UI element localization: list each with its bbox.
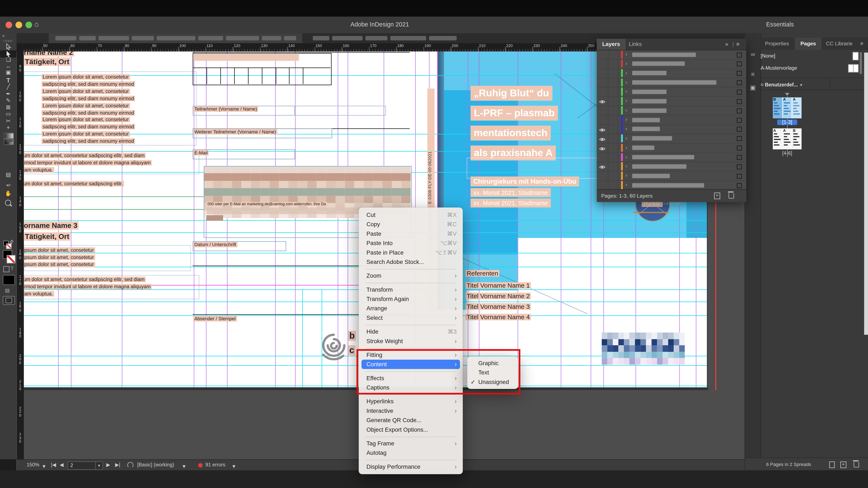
layer-target-square[interactable]: [737, 118, 742, 123]
guide-vertical[interactable]: [591, 52, 591, 387]
layer-row[interactable]: ›: [597, 115, 746, 125]
layer-disclosure-icon[interactable]: ›: [626, 126, 627, 132]
hand-tool[interactable]: ✋: [0, 190, 17, 198]
layer-disclosure-icon[interactable]: ›: [626, 89, 627, 95]
spread-label[interactable]: [1-3]: [777, 120, 797, 125]
layer-visibility-cell[interactable]: [597, 134, 609, 143]
menu-item-transform[interactable]: Transform›: [362, 285, 460, 294]
panel-menu-icon[interactable]: ≡: [736, 39, 739, 50]
page-number-value[interactable]: 2: [70, 463, 73, 468]
menu-item-generate-qr-code[interactable]: Generate QR Code...: [362, 416, 460, 425]
page-dropdown-icon[interactable]: ▼: [95, 462, 102, 469]
layer-row[interactable]: ›: [597, 134, 746, 144]
errors-dropdown-icon[interactable]: ▼: [231, 464, 236, 469]
layer-visibility-cell[interactable]: [597, 143, 609, 153]
gap-tool[interactable]: ↔: [0, 63, 17, 70]
layer-disclosure-icon[interactable]: ›: [626, 98, 627, 104]
layer-target-square[interactable]: [737, 127, 742, 132]
menu-item-object-export-options[interactable]: Object Export Options...: [362, 425, 460, 434]
stroke-swatch[interactable]: [6, 255, 16, 263]
pen-tool[interactable]: ✒: [0, 91, 17, 98]
gradient-tool[interactable]: [4, 133, 14, 139]
layer-disclosure-icon[interactable]: ›: [626, 154, 627, 160]
layer-row[interactable]: ›: [597, 87, 746, 97]
home-icon[interactable]: ⌂: [34, 20, 39, 28]
page-transitions-icon[interactable]: [829, 461, 835, 468]
scissors-tool[interactable]: ✂: [0, 118, 17, 125]
menu-item-stroke-weight[interactable]: Stroke Weight›: [362, 336, 460, 346]
layer-target-square[interactable]: [737, 136, 742, 141]
content-collector-tool[interactable]: ▣: [0, 69, 17, 76]
master-page-none[interactable]: [None]: [761, 53, 868, 59]
layer-disclosure-icon[interactable]: ›: [626, 117, 627, 123]
minimize-window-button[interactable]: [16, 22, 22, 28]
text-frame-outline[interactable]: [24, 71, 196, 145]
layer-row[interactable]: ›: [597, 59, 746, 69]
text-frame-outline[interactable]: [24, 151, 199, 174]
menu-item-arrange[interactable]: Arrange›: [362, 304, 460, 313]
layer-visibility-cell[interactable]: [597, 50, 609, 59]
tab-properties[interactable]: Properties: [765, 38, 789, 50]
form-field-box-wide[interactable]: [193, 106, 386, 116]
collapse-tools-icon[interactable]: »: [2, 33, 5, 38]
note-tool[interactable]: ▤: [0, 171, 17, 179]
menu-item-paste[interactable]: Paste⌘V: [362, 229, 460, 238]
layer-target-square[interactable]: [737, 80, 742, 85]
layer-lock-cell[interactable]: [608, 134, 618, 143]
menu-item-hide[interactable]: Hide⌘3: [362, 327, 460, 336]
direct-selection-tool[interactable]: [0, 50, 17, 57]
layer-target-square[interactable]: [737, 108, 742, 113]
layer-target-square[interactable]: [737, 71, 742, 76]
layer-lock-cell[interactable]: [608, 96, 618, 106]
layer-disclosure-icon[interactable]: ›: [626, 182, 627, 188]
type-tool[interactable]: T: [0, 77, 17, 84]
gradient-feather-tool[interactable]: [4, 139, 14, 145]
formatting-affects-text-icon[interactable]: T: [10, 266, 13, 271]
layer-visibility-cell[interactable]: [597, 78, 609, 87]
guide-vertical-cyan[interactable]: [302, 289, 303, 387]
form-field-box[interactable]: [193, 241, 286, 251]
delete-page-button[interactable]: [854, 462, 859, 467]
links-panel-icon[interactable]: ∞: [745, 51, 761, 57]
layer-target-square[interactable]: [737, 52, 742, 57]
workspace-switcher[interactable]: Essentials: [766, 21, 794, 28]
layer-visibility-cell[interactable]: [597, 115, 609, 125]
menu-item-copy[interactable]: Copy⌘C: [362, 220, 460, 229]
master-page-a[interactable]: A-Mustervorlage: [761, 65, 868, 71]
layer-visibility-cell[interactable]: [597, 59, 609, 68]
layer-disclosure-icon[interactable]: ›: [626, 173, 627, 179]
layer-target-square[interactable]: [737, 174, 742, 179]
panel-resize-handle[interactable]: [663, 202, 680, 205]
page-number-field[interactable]: 2 ▼: [68, 461, 103, 470]
menu-item-select[interactable]: Select›: [362, 313, 460, 323]
layer-row[interactable]: ›: [597, 153, 746, 162]
guide-vertical[interactable]: [468, 52, 468, 387]
next-page-button[interactable]: ▶: [106, 462, 110, 467]
layer-target-square[interactable]: [737, 90, 742, 95]
menu-item-interactive[interactable]: Interactive›: [362, 406, 460, 415]
menu-item-autotag[interactable]: Autotag: [362, 448, 460, 457]
layer-visibility-cell[interactable]: [597, 153, 609, 162]
pencil-tool[interactable]: ✎: [0, 97, 17, 105]
preset-dropdown-icon[interactable]: ▼: [182, 464, 186, 469]
layer-visibility-cell[interactable]: [597, 87, 609, 96]
layer-lock-cell[interactable]: [608, 125, 618, 134]
layer-row[interactable]: ›: [597, 68, 746, 78]
layer-visibility-cell[interactable]: [597, 96, 609, 106]
layer-lock-cell[interactable]: [608, 59, 618, 68]
menu-item-paste-in-place[interactable]: Paste in Place⌥⇧⌘V: [362, 248, 460, 257]
layer-visibility-cell[interactable]: [597, 68, 609, 78]
layer-disclosure-icon[interactable]: ›: [626, 135, 627, 142]
layer-lock-cell[interactable]: [608, 106, 618, 115]
error-count[interactable]: 91 errors: [205, 462, 225, 467]
layer-lock-cell[interactable]: [608, 162, 618, 171]
spread-label[interactable]: [4-6]: [777, 151, 797, 156]
layer-target-square[interactable]: [737, 99, 742, 104]
layer-row[interactable]: ›: [597, 78, 746, 88]
menu-item-zoom[interactable]: Zoom›: [362, 271, 460, 281]
last-page-button[interactable]: ▶|: [115, 462, 120, 467]
zoom-dropdown-icon[interactable]: ▼: [41, 464, 46, 469]
layer-lock-cell[interactable]: [608, 87, 618, 96]
layer-lock-cell[interactable]: [608, 181, 618, 190]
selection-tool[interactable]: [0, 43, 17, 51]
